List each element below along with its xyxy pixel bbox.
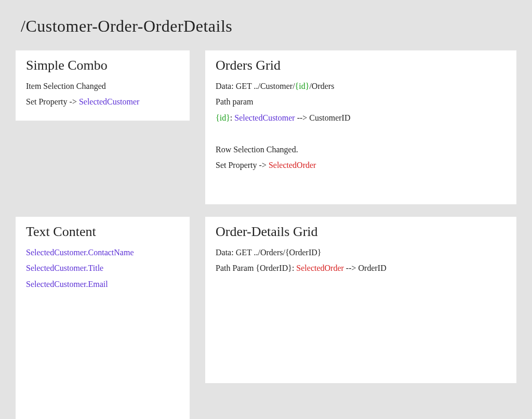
var-selected-customer-2: SelectedCustomer bbox=[234, 113, 295, 122]
card-title-orders-grid: Orders Grid bbox=[216, 58, 506, 73]
path-token-id: {id} bbox=[295, 82, 310, 90]
card-text-content: Text Content SelectedCustomer.ContactNam… bbox=[16, 217, 190, 419]
data-label-post: /Orders bbox=[309, 82, 334, 90]
wireframe-page: /Customer-Order-OrderDetails Simple Comb… bbox=[0, 0, 532, 419]
binding-title: SelectedCustomer.Title bbox=[26, 260, 179, 276]
var-selected-order: SelectedOrder bbox=[269, 161, 316, 169]
od-pp-pre: Path Param {OrderID}: bbox=[216, 264, 296, 272]
var-selected-customer: SelectedCustomer bbox=[79, 97, 139, 106]
order-details-path-param: Path Param {OrderID}: SelectedOrder --> … bbox=[216, 260, 506, 276]
card-order-details: Order-Details Grid Data: GET ../Orders/{… bbox=[205, 217, 516, 383]
page-title: /Customer-Order-OrderDetails bbox=[21, 17, 516, 36]
od-pp-post: --> OrderID bbox=[344, 264, 387, 272]
binding-email: SelectedCustomer.Email bbox=[26, 277, 179, 292]
order-details-data-line: Data: GET ../Orders/{OrderID} bbox=[216, 245, 506, 260]
card-title-order-details: Order-Details Grid bbox=[216, 224, 506, 240]
card-title-simple-combo: Simple Combo bbox=[26, 58, 179, 73]
row-selection-event: Row Selection Changed. bbox=[216, 142, 506, 158]
card-simple-combo: Simple Combo Item Selection Changed Set … bbox=[16, 50, 190, 121]
set-property-label: Set Property -> bbox=[26, 97, 79, 106]
pp-arrow: --> CustomerID bbox=[295, 113, 351, 122]
simple-combo-action: Set Property -> SelectedCustomer bbox=[26, 94, 179, 110]
orders-data-line: Data: GET ../Customer/{id}/Orders bbox=[216, 78, 506, 94]
pp-sep: : bbox=[230, 113, 234, 122]
set-property-label-2: Set Property -> bbox=[216, 161, 269, 169]
card-orders-grid: Orders Grid Data: GET ../Customer/{id}/O… bbox=[205, 50, 516, 204]
path-param-label: Path param bbox=[216, 94, 506, 110]
var-selected-order-2: SelectedOrder bbox=[296, 264, 344, 272]
binding-contact-name: SelectedCustomer.ContactName bbox=[26, 245, 179, 260]
spacer bbox=[216, 126, 506, 141]
layout-grid: Simple Combo Item Selection Changed Set … bbox=[16, 50, 516, 419]
data-label-pre: Data: GET ../Customer/ bbox=[216, 82, 295, 90]
path-token-id-2: {id} bbox=[216, 113, 230, 122]
simple-combo-event: Item Selection Changed bbox=[26, 78, 179, 94]
path-param-binding: {id}: SelectedCustomer --> CustomerID bbox=[216, 110, 506, 126]
card-title-text-content: Text Content bbox=[26, 224, 179, 240]
row-selection-action: Set Property -> SelectedOrder bbox=[216, 158, 506, 173]
